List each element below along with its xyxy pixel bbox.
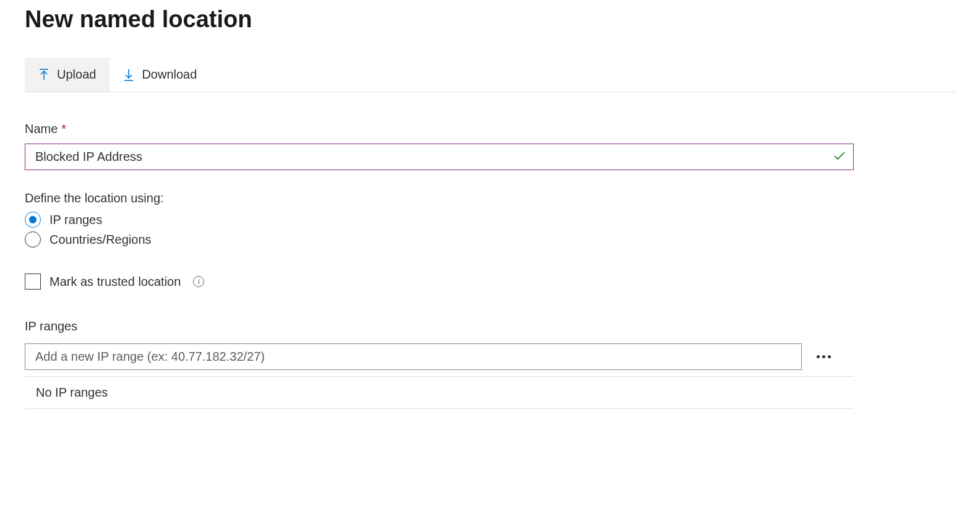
radio-ip-ranges[interactable]: IP ranges bbox=[25, 212, 955, 228]
radio-icon bbox=[25, 212, 41, 228]
radio-countries-label: Countries/Regions bbox=[49, 233, 152, 247]
ip-ranges-title: IP ranges bbox=[25, 319, 854, 334]
page-title: New named location bbox=[25, 6, 955, 33]
ip-ranges-list: No IP ranges bbox=[25, 376, 854, 409]
upload-label: Upload bbox=[57, 67, 96, 82]
more-options-button[interactable] bbox=[813, 351, 835, 362]
ip-ranges-section: IP ranges No IP ranges bbox=[25, 319, 854, 409]
define-label: Define the location using: bbox=[25, 191, 955, 205]
download-button[interactable]: Download bbox=[110, 58, 210, 92]
ellipsis-icon bbox=[822, 355, 825, 358]
ellipsis-icon bbox=[817, 355, 820, 358]
ellipsis-icon bbox=[828, 355, 831, 358]
checkmark-icon bbox=[834, 152, 845, 163]
trusted-label: Mark as trusted location bbox=[49, 275, 181, 289]
name-input[interactable] bbox=[25, 144, 854, 170]
radio-ip-label: IP ranges bbox=[49, 213, 102, 227]
upload-icon bbox=[38, 69, 49, 81]
trusted-checkbox-row[interactable]: Mark as trusted location i bbox=[25, 273, 955, 290]
ip-range-input-row bbox=[25, 343, 854, 370]
name-label-text: Name bbox=[25, 122, 58, 136]
no-ip-ranges-text: No IP ranges bbox=[25, 377, 854, 409]
upload-button[interactable]: Upload bbox=[25, 58, 110, 92]
required-asterisk: * bbox=[61, 122, 66, 136]
download-label: Download bbox=[142, 67, 197, 82]
name-input-wrap bbox=[25, 144, 854, 170]
name-label: Name * bbox=[25, 122, 955, 136]
define-section: Define the location using: IP ranges Cou… bbox=[25, 191, 955, 248]
info-icon[interactable]: i bbox=[193, 276, 204, 287]
form: Name * Define the location using: IP ran… bbox=[25, 92, 955, 409]
download-icon bbox=[123, 69, 134, 81]
ip-range-input[interactable] bbox=[25, 343, 802, 370]
checkbox-icon bbox=[25, 273, 41, 290]
radio-countries[interactable]: Countries/Regions bbox=[25, 231, 955, 248]
toolbar: Upload Download bbox=[25, 58, 955, 92]
radio-icon bbox=[25, 231, 41, 248]
